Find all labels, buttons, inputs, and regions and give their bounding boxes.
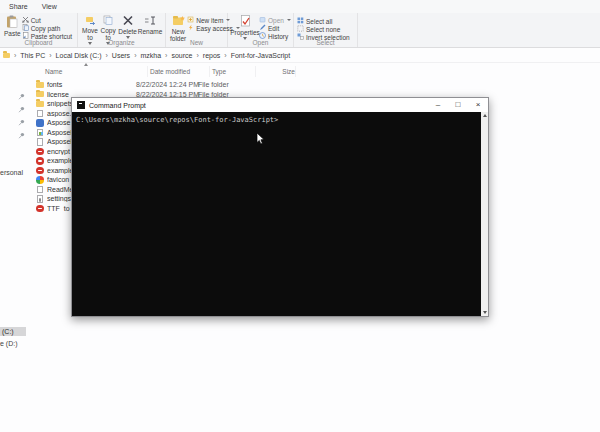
edit-icon [259, 24, 266, 32]
folder-icon [36, 100, 44, 108]
breadcrumb-separator: › [224, 52, 226, 59]
console-prompt-text: C:\Users\mzkha\source\repos\Font-for-Jav… [76, 116, 278, 124]
breadcrumb-separator: › [196, 52, 198, 59]
document-icon [36, 138, 44, 146]
file-list-header: Name Date modified Type Size [30, 66, 600, 77]
edit-label: Edit [268, 25, 279, 32]
copy-to-icon [103, 15, 114, 26]
red-file-icon [36, 204, 44, 212]
rename-label: Rename [138, 28, 163, 35]
group-label-new: New [166, 39, 227, 47]
delete-button[interactable]: Delete [117, 15, 138, 39]
new-item-icon [187, 16, 194, 24]
group-label-organize: Organize [78, 39, 165, 47]
folder-icon [36, 90, 44, 98]
group-label-select: Select [294, 39, 357, 47]
breadcrumb-users[interactable]: Users [112, 52, 130, 59]
new-item-label: New item [196, 17, 223, 24]
red-file-icon [36, 157, 44, 165]
breadcrumb-source[interactable]: source [171, 52, 192, 59]
ribbon-group-organize: Move to Copy to Delete Rename Organize [78, 13, 166, 47]
ribbon-tab-row: Share View [0, 0, 600, 13]
ribbon-group-new: New folder New item Easy access New [166, 13, 228, 47]
red-file-icon [36, 166, 44, 174]
select-none-icon [297, 25, 304, 33]
paste-icon [6, 15, 18, 29]
cut-icon [22, 16, 29, 24]
pin-icon [18, 125, 25, 143]
cut-label: Cut [31, 17, 41, 24]
select-all-icon [297, 17, 304, 25]
breadcrumb-current-folder[interactable]: Font-for-JavaScript [231, 52, 291, 59]
group-label-open: Open [228, 39, 293, 47]
favicon-icon [36, 176, 44, 184]
paste-button[interactable]: Paste [3, 15, 22, 37]
ribbon-group-open: Properties Open Edit History Open [228, 13, 294, 47]
breadcrumb-separator: › [49, 52, 51, 59]
new-folder-icon [172, 15, 185, 27]
cut-button[interactable]: Cut [22, 16, 73, 24]
copy-path-icon [22, 24, 29, 32]
rename-button[interactable]: Rename [138, 15, 162, 35]
column-header-size[interactable]: Size [256, 66, 296, 77]
address-folder-icon [3, 52, 10, 59]
tab-share[interactable]: Share [9, 3, 28, 10]
open-small-buttons: Open Edit History [259, 15, 291, 40]
breadcrumb-separator: › [165, 52, 167, 59]
cmd-title-bar[interactable]: Command Prompt – □ × [72, 98, 488, 112]
easy-access-icon [187, 24, 194, 32]
edit-button[interactable]: Edit [259, 24, 291, 32]
document-icon [36, 185, 44, 193]
maximize-button[interactable]: □ [448, 98, 468, 112]
command-prompt-window: Command Prompt – □ × C:\Users\mzkha\sour… [71, 97, 489, 317]
group-label-clipboard: Clipboard [0, 39, 77, 47]
properties-button[interactable]: Properties [231, 15, 259, 40]
minimize-button[interactable]: – [428, 98, 448, 112]
address-bar[interactable]: › This PC › Local Disk (C:) › Users › mz… [0, 48, 600, 63]
breadcrumb-local-disk[interactable]: Local Disk (C:) [56, 52, 102, 59]
ribbon-group-clipboard: Paste Cut Copy path Paste shortcut Clipb… [0, 13, 78, 47]
sidebar-item-onedrive-personal[interactable]: ersonal [0, 169, 23, 176]
file-row-fonts[interactable]: fonts 8/22/2024 12:24 PM File folder [30, 80, 600, 90]
column-header-type[interactable]: Type [210, 66, 256, 77]
explorer-window: Share View Paste Cut Copy path [0, 0, 600, 432]
folder-icon [36, 81, 44, 89]
open-button[interactable]: Open [259, 16, 291, 24]
copy-path-button[interactable]: Copy path [22, 24, 73, 32]
breadcrumb-separator: › [14, 52, 16, 59]
paste-label: Paste [4, 30, 21, 37]
sidebar-item-drive-d[interactable]: e (D:) [0, 340, 18, 347]
rename-icon [144, 15, 156, 27]
console-area[interactable]: C:\Users\mzkha\source\repos\Font-for-Jav… [72, 112, 488, 316]
navigation-pane: ersonal (C:) e (D:) [0, 63, 30, 432]
clipboard-small-buttons: Cut Copy path Paste shortcut [22, 15, 73, 40]
properties-icon [240, 15, 251, 28]
close-button[interactable]: × [468, 98, 488, 112]
json-file-icon [36, 195, 44, 203]
scroll-down-icon[interactable] [483, 311, 487, 314]
copy-path-label: Copy path [31, 25, 61, 32]
app-icon [36, 119, 44, 127]
select-none-label: Select none [306, 26, 340, 33]
red-file-icon [36, 147, 44, 155]
ribbon: Paste Cut Copy path Paste shortcut Clipb… [0, 13, 600, 48]
document-icon [36, 109, 44, 117]
breadcrumb-mzkha[interactable]: mzkha [140, 52, 161, 59]
column-header-date-modified[interactable]: Date modified [148, 66, 210, 77]
select-all-label: Select all [306, 18, 332, 25]
console-scrollbar[interactable] [481, 112, 488, 316]
file-name: fonts [47, 81, 136, 88]
tab-view[interactable]: View [42, 3, 57, 10]
breadcrumb-separator: › [134, 52, 136, 59]
file-type: File folder [198, 81, 244, 88]
delete-label: Delete [118, 28, 137, 35]
sidebar-item-local-disk-c[interactable]: (C:) [0, 327, 26, 336]
column-header-name[interactable]: Name [30, 66, 148, 77]
breadcrumb-this-pc[interactable]: This PC [20, 52, 45, 59]
select-none-button[interactable]: Select none [297, 25, 350, 33]
select-small-buttons: Select all Select none Invert selection [297, 15, 350, 41]
select-all-button[interactable]: Select all [297, 17, 350, 25]
breadcrumb-repos[interactable]: repos [203, 52, 221, 59]
sort-ascending-icon [84, 63, 88, 66]
scroll-up-icon[interactable] [483, 114, 487, 117]
